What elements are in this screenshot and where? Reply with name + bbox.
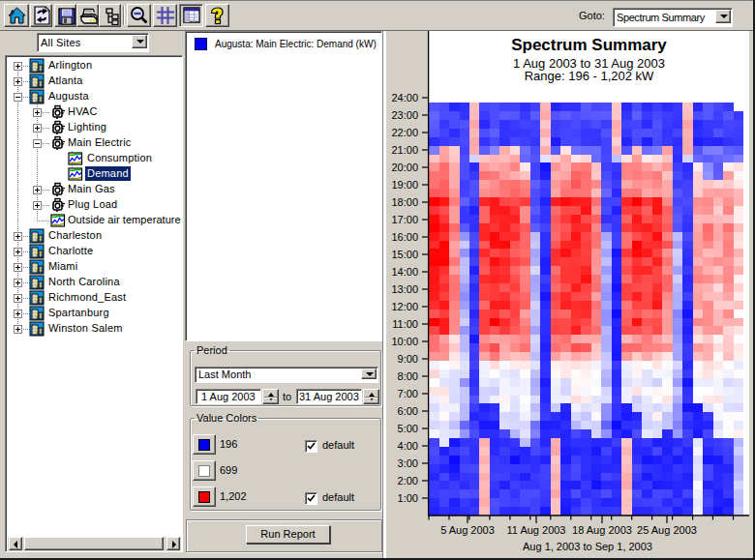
svg-text:Range: 196 - 1,202 kW: Range: 196 - 1,202 kW xyxy=(525,69,654,83)
svg-text:3:00: 3:00 xyxy=(398,457,418,469)
svg-text:4:00: 4:00 xyxy=(398,440,418,452)
svg-text:23:00: 23:00 xyxy=(391,109,418,121)
svg-text:12:00: 12:00 xyxy=(391,301,418,312)
svg-text:7:00: 7:00 xyxy=(398,388,418,399)
svg-text:24:00: 24:00 xyxy=(391,92,418,103)
svg-text:25 Aug 2003: 25 Aug 2003 xyxy=(637,524,697,536)
svg-text:22:00: 22:00 xyxy=(391,127,418,138)
svg-text:11 Aug 2003: 11 Aug 2003 xyxy=(507,524,566,536)
svg-text:8:00: 8:00 xyxy=(398,370,418,382)
svg-text:5:00: 5:00 xyxy=(398,423,418,434)
svg-text:9:00: 9:00 xyxy=(398,353,418,365)
svg-text:21:00: 21:00 xyxy=(391,144,418,156)
svg-text:18 Aug 2003: 18 Aug 2003 xyxy=(572,524,632,536)
svg-text:5 Aug 2003: 5 Aug 2003 xyxy=(440,524,495,536)
svg-text:14:00: 14:00 xyxy=(391,266,418,278)
svg-text:6:00: 6:00 xyxy=(398,405,418,417)
svg-text:15:00: 15:00 xyxy=(391,249,418,260)
svg-text:20:00: 20:00 xyxy=(391,162,418,173)
svg-text:Aug 1, 2003 to Sep 1, 2003: Aug 1, 2003 to Sep 1, 2003 xyxy=(523,541,652,552)
svg-text:13:00: 13:00 xyxy=(391,283,418,295)
svg-text:Spectrum Summary: Spectrum Summary xyxy=(511,36,667,54)
svg-text:2:00: 2:00 xyxy=(398,475,418,486)
svg-text:18:00: 18:00 xyxy=(391,196,418,208)
svg-text:1:00: 1:00 xyxy=(398,492,418,504)
svg-text:19:00: 19:00 xyxy=(391,179,418,191)
svg-text:10:00: 10:00 xyxy=(391,336,418,347)
svg-text:11:00: 11:00 xyxy=(392,318,418,330)
svg-text:17:00: 17:00 xyxy=(391,214,418,225)
svg-text:16:00: 16:00 xyxy=(391,231,418,243)
